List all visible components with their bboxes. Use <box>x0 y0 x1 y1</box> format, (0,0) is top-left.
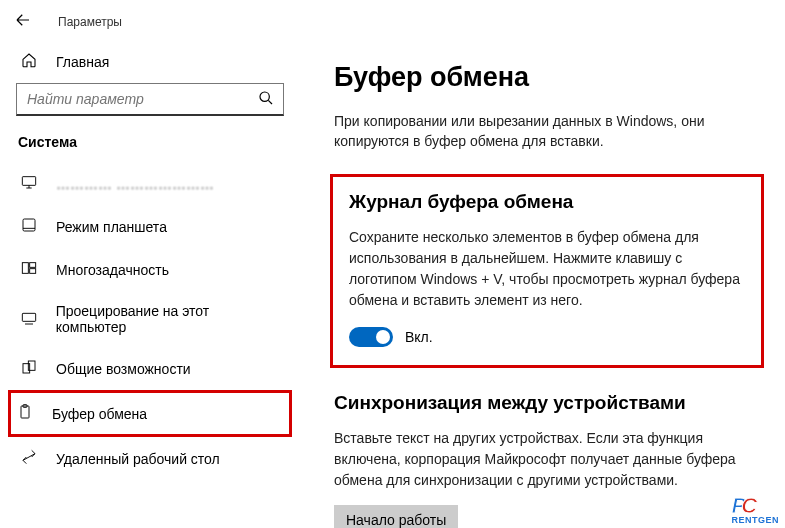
svg-rect-4 <box>30 263 36 268</box>
sidebar-item-clipboard[interactable]: Буфер обмена <box>10 392 290 435</box>
sidebar-item-shared[interactable]: Общие возможности <box>14 347 286 390</box>
sidebar-home[interactable]: Главная <box>14 44 286 81</box>
window-title: Параметры <box>58 15 122 29</box>
section-desc-sync: Вставьте текст на других устройствах. Ес… <box>334 428 744 491</box>
sidebar-item-label: Режим планшета <box>56 219 167 235</box>
project-icon <box>20 310 38 329</box>
clipboard-history-section: Журнал буфера обмена Сохраните несколько… <box>330 174 764 368</box>
sidebar-item-label: Многозадачность <box>56 262 169 278</box>
remote-icon <box>20 449 38 468</box>
section-desc-history: Сохраните несколько элементов в буфер об… <box>349 227 745 311</box>
shared-icon <box>20 359 38 378</box>
sidebar-item-remote[interactable]: Удаленный рабочий стол <box>14 437 286 480</box>
sidebar-item-project[interactable]: Проецирование на этот компьютер <box>14 291 286 347</box>
multitask-icon <box>20 260 38 279</box>
page-title: Буфер обмена <box>334 62 769 93</box>
svg-rect-5 <box>30 269 36 274</box>
svg-rect-1 <box>22 177 35 186</box>
sidebar-item-label: ………… ………………… <box>56 176 214 192</box>
sidebar-item-label: Удаленный рабочий стол <box>56 451 220 467</box>
sidebar-item-multitask[interactable]: Многозадачность <box>14 248 286 291</box>
svg-rect-2 <box>23 219 35 231</box>
sidebar: Главная Система ………… ………………… Режим планш… <box>0 44 300 528</box>
history-toggle[interactable] <box>349 327 393 347</box>
sidebar-home-label: Главная <box>56 54 109 70</box>
sidebar-item-partial[interactable]: ………… ………………… <box>14 162 286 205</box>
sync-start-button[interactable]: Начало работы <box>334 505 458 528</box>
sidebar-item-tablet[interactable]: Режим планшета <box>14 205 286 248</box>
display-icon <box>20 174 38 193</box>
clipboard-icon <box>16 404 34 423</box>
svg-rect-6 <box>22 313 35 321</box>
section-title-sync: Синхронизация между устройствами <box>334 392 769 414</box>
back-button[interactable] <box>12 11 34 34</box>
content-pane: Буфер обмена При копировании или вырезан… <box>300 44 785 528</box>
sidebar-group-title: Система <box>14 130 286 158</box>
sidebar-item-label: Буфер обмена <box>52 406 147 422</box>
sidebar-item-label: Общие возможности <box>56 361 191 377</box>
svg-rect-3 <box>22 263 28 274</box>
tablet-icon <box>20 217 38 236</box>
page-description: При копировании или вырезании данных в W… <box>334 111 744 152</box>
history-toggle-label: Вкл. <box>405 329 433 345</box>
sidebar-item-label: Проецирование на этот компьютер <box>56 303 280 335</box>
watermark-logo: PC RENTGEN <box>731 497 779 524</box>
home-icon <box>20 52 38 71</box>
section-title-history: Журнал буфера обмена <box>349 191 745 213</box>
search-input[interactable] <box>16 83 284 116</box>
